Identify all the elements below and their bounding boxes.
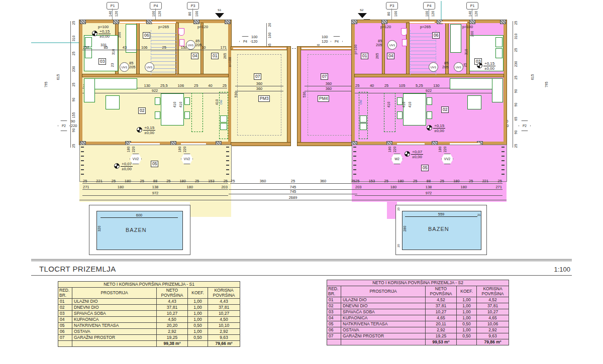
wall-pier	[352, 20, 357, 24]
table-cell: 4,52	[426, 297, 457, 303]
sofa	[492, 78, 503, 102]
toilet	[401, 28, 407, 36]
section-marker-icon	[358, 13, 367, 18]
pool-dimension: 320	[97, 226, 101, 232]
table-cell: 07	[327, 333, 341, 339]
dimension-value: 85	[103, 45, 108, 50]
guide-line	[441, 1, 442, 20]
elevation-marker: +0,15±0,00	[98, 29, 111, 39]
dimension-total: 972	[355, 191, 502, 196]
room-label-02: 02	[441, 106, 449, 113]
table-cell: 20,20	[157, 323, 188, 329]
pool-label: BAZEN	[428, 226, 449, 232]
table-cell: 1,00	[188, 305, 208, 311]
wall-pier	[114, 20, 119, 24]
table-row: 06OSTAVA2,921,002,92	[327, 327, 509, 333]
staircase	[151, 30, 177, 75]
table-cell: 9,63	[477, 333, 509, 339]
interior-wall	[382, 23, 384, 77]
table-cell: OSTAVA	[341, 327, 426, 333]
dimension-value: 25	[355, 179, 360, 183]
dimension-value: 310	[72, 35, 76, 41]
axis-flag-p1: P1	[107, 2, 119, 10]
dimension-value: 180	[438, 147, 442, 153]
elevation-marker: +0,15±0,00	[143, 126, 155, 135]
dimension-value: 180	[390, 185, 397, 189]
garage-wall	[287, 47, 290, 146]
dimension-value: 25	[72, 21, 75, 25]
chair	[184, 97, 190, 105]
room-label-01: 01	[361, 53, 368, 59]
wall-pier	[225, 20, 230, 24]
dimension-value: 25	[222, 83, 227, 88]
dimension-value: 205	[376, 43, 382, 47]
table-cell: 4,50	[208, 317, 240, 323]
dimension-value: 25	[468, 179, 473, 183]
dimension-value: 140	[109, 11, 112, 17]
dimension-value: 271	[495, 185, 502, 189]
dimension-value: 180	[460, 185, 468, 189]
dimension-value: 25	[384, 179, 389, 183]
dimension-value: 65	[514, 116, 518, 120]
dimension-value: 120	[474, 11, 478, 17]
dimension-value: 265	[375, 53, 379, 59]
table-cell: 04	[327, 315, 341, 321]
table-cell: 19,25	[426, 333, 457, 339]
dimension-value: 90	[72, 129, 75, 133]
pool-label: BAZEN	[126, 227, 147, 233]
table-cell: 4,43	[157, 299, 188, 305]
dimension-value: 100	[195, 11, 198, 17]
dimension-value: 120	[158, 11, 161, 17]
table-cell: SPAVAĆA SOBA	[341, 309, 426, 315]
room-label-01: 01	[211, 53, 219, 59]
sofa	[84, 78, 95, 102]
table-cell: 4,52	[477, 297, 509, 303]
dimension-value: 221	[482, 179, 489, 183]
table-cell: 03	[327, 309, 341, 315]
table-cell: 1,00	[188, 299, 208, 305]
dimension-value: 205	[442, 65, 449, 69]
dimension-value: 205	[195, 43, 202, 47]
dimension-value: 120	[431, 11, 435, 17]
parapet-label: p=100	[462, 25, 473, 29]
table-cell: 4,65	[477, 315, 509, 321]
dimension-value: 80	[188, 12, 191, 16]
table-cell: 37,81	[157, 305, 188, 311]
table-cell: KUPAONICA	[341, 315, 426, 321]
table-cell: 37,81	[208, 305, 240, 311]
garage-door	[301, 47, 355, 50]
elevation-symbol-icon	[114, 163, 120, 169]
chair	[397, 111, 403, 119]
toilet	[178, 28, 184, 36]
table-cell: 2,92	[157, 329, 188, 335]
dimension-value: 615	[56, 74, 60, 80]
table-row: 03SPAVAĆA SOBA10,271,0010,27	[58, 311, 240, 317]
marker-uv1-circle: UV1	[387, 40, 397, 50]
dimension-value: 120	[115, 11, 118, 17]
column-header: NETO POVRŠINA	[157, 288, 188, 299]
table-cell: 1,00	[457, 309, 477, 315]
table-cell: 10,27	[208, 311, 240, 317]
table-row: 04KUPAONICA4,651,004,65	[327, 315, 509, 321]
dimension-total: 360	[235, 81, 283, 86]
room-label-03: 03	[98, 58, 106, 65]
elevation-marker: +0,15±0,00	[483, 61, 495, 71]
terrace-edge-hatch	[81, 147, 84, 178]
table-cell: NATKRIVENA TERASA	[341, 321, 426, 327]
dimension-value: 230	[515, 61, 518, 67]
dimension-value: 220	[393, 147, 396, 153]
table-cell: 19,25	[157, 335, 188, 341]
total-korisna: 79,66 m²	[208, 341, 240, 347]
dimension-total: 360	[305, 81, 353, 86]
chair	[155, 97, 160, 105]
dimension-value: 205	[129, 65, 136, 69]
dimension-value: 120	[322, 40, 328, 44]
dimension-value: 203	[221, 185, 228, 189]
dimension-chain-center: 2010045	[266, 23, 273, 47]
dimension-value: 25	[514, 144, 518, 148]
table-cell: 01	[327, 297, 341, 303]
wall-pier	[194, 20, 199, 24]
column-header: PROSTORIJA	[72, 288, 157, 299]
dimension-value: 90	[514, 103, 518, 107]
table-cell: 10,06	[477, 321, 509, 327]
